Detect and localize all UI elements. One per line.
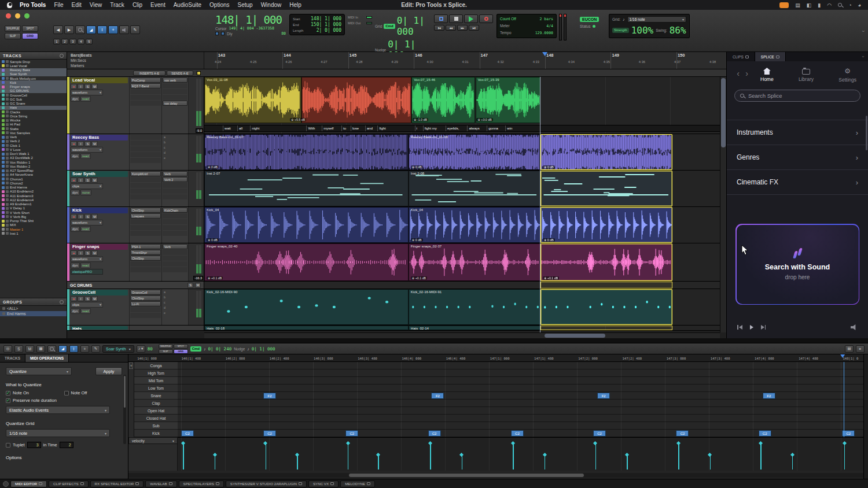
quantize-grid-select[interactable]: 1/16 note▾ (6, 429, 110, 437)
tracks-panel-menu-icon[interactable] (60, 54, 64, 58)
send-slot-empty[interactable] (163, 95, 187, 100)
input-monitor-button[interactable]: I (78, 141, 84, 146)
send-slot-vox-verb[interactable]: vox verb (163, 77, 187, 83)
zoom-preset-4[interactable]: 4 (78, 39, 84, 45)
splice-category-cinematic-fx[interactable]: Cinematic FX› (727, 170, 868, 195)
velocity-stem[interactable] (462, 456, 463, 469)
spotlight-search-icon[interactable] (838, 3, 842, 7)
clip-gain-badge[interactable]: ⊕ 0 dB (411, 165, 423, 169)
track-name[interactable]: Reecey Bass (71, 135, 128, 141)
grabber-tool-button[interactable]: + (108, 25, 118, 34)
velocity-stem[interactable] (792, 456, 793, 469)
selector-tool-button[interactable]: I (97, 25, 107, 34)
checkbox-preserve-note-duration[interactable]: ✓Preserve note duration (6, 398, 57, 403)
apple-menu-icon[interactable] (7, 2, 12, 8)
record-enable-button[interactable]: ● (71, 84, 77, 89)
ruler-label-min-secs[interactable]: Min:Secs (71, 58, 204, 62)
splice-nav-settings[interactable]: ⚙Settings (838, 68, 856, 83)
send-slot-letter[interactable]: b (163, 140, 187, 145)
velocity-stem[interactable] (266, 444, 267, 469)
splice-tab-splice[interactable]: SPLICE (755, 52, 786, 61)
track-name[interactable]: Lead Vocal (71, 77, 128, 83)
insert-slot-empty[interactable] (130, 152, 161, 157)
insert-slot-empty[interactable] (130, 231, 161, 236)
insert-slot-chnlstrp[interactable]: ChnlStrp (130, 256, 161, 261)
track-list-item-master-1[interactable]: Master 1 (0, 227, 67, 231)
input-monitor-button[interactable]: I (78, 250, 84, 256)
record-enable-button[interactable]: ● (71, 141, 77, 146)
send-slot-empty[interactable] (163, 256, 187, 261)
grid-value[interactable]: 0| 1| 000 (397, 15, 433, 37)
edit-mode-shuffle[interactable]: SHUFFLE (5, 25, 21, 32)
clip-vox-07-15-46[interactable]: Vox.07_15-46 (411, 77, 475, 123)
bottom-tab-sync-vx[interactable]: SYNC VX (308, 480, 339, 487)
close-window-button[interactable] (6, 13, 11, 19)
zoom-preset-3[interactable]: 3 (69, 39, 76, 45)
minimize-window-button[interactable] (15, 13, 20, 19)
track-list-item-vox-riddim-1[interactable]: Vox Riddim 1 (0, 160, 67, 164)
track-view-selector[interactable]: waveform▾ (71, 90, 103, 95)
insert-slot-empty[interactable] (130, 307, 161, 312)
send-slot-empty[interactable] (163, 231, 187, 236)
clip-reecey-bass-3[interactable]: ⊕ 0 dB (540, 134, 672, 170)
checkbox-note-off[interactable]: Note Off (64, 390, 123, 395)
track-list-item-verb[interactable]: Verb (0, 135, 67, 139)
midi-note-c2[interactable]: C2 (593, 430, 606, 437)
panel-collapse-icon[interactable]: › (859, 53, 868, 61)
insert-slot-psa-1[interactable]: PSA-1 (130, 244, 161, 249)
drum-lane-low-tom[interactable]: Low Tom (134, 385, 178, 392)
send-slot-verb[interactable]: Verb (163, 171, 187, 176)
midi-nudge-value[interactable]: 0| 1| 000 (252, 346, 275, 352)
insert-slot-lowpass[interactable]: Lowpass (130, 213, 161, 219)
insert-slot-empty[interactable] (130, 225, 161, 230)
send-slot-empty[interactable] (163, 89, 187, 94)
track-list-item-a3-dontwalk-2[interactable]: A3 DontWalk 2 (0, 156, 67, 160)
input-monitor-button[interactable]: I (78, 84, 84, 89)
insert-slot-empty[interactable] (130, 89, 161, 94)
input-monitor-button[interactable]: I (78, 214, 84, 219)
send-slot-empty[interactable] (163, 183, 187, 188)
record-enable-button[interactable]: ● (71, 250, 77, 256)
track-list-item-v-verb-big[interactable]: V Verb Big (0, 215, 67, 219)
track-list-item-a12-endharm4[interactable]: A12 EndHarm4 (0, 198, 67, 202)
insert-slot-empty[interactable] (130, 141, 161, 146)
mute-button[interactable]: M (91, 84, 98, 89)
next-sample-button[interactable] (761, 325, 766, 330)
zoom-preset-5[interactable]: 5 (86, 39, 93, 45)
track-list-item-gc-drums[interactable]: GC DRUMS (0, 89, 67, 93)
midi-tab-midi-operations[interactable]: MIDI OPERATIONS (25, 354, 69, 362)
insert-slot-lo-fi[interactable]: Lo-Fi (130, 301, 161, 306)
clip-gain-badge[interactable]: ⊕ +3.0 dB (476, 118, 492, 121)
clip-gain-badge[interactable]: ⊕ 0 dB (543, 238, 555, 242)
notation-view-button[interactable]: ◎ (3, 345, 12, 353)
track-view-selector[interactable]: clips▾ (71, 183, 103, 189)
track-list-item-don-t-walk-1[interactable]: Don't Walk 1 (0, 152, 67, 156)
insert-slot-empty[interactable] (130, 188, 161, 194)
screen-mirroring-icon[interactable]: ▤ (795, 2, 800, 8)
insert-slot-chnlstrp[interactable]: ChnlStrp (130, 208, 161, 213)
track-name[interactable]: Hats (71, 326, 128, 330)
clip-vox-07-15-39[interactable]: Vox.07_15-39 (476, 77, 540, 123)
track-view-selector[interactable]: waveform▾ (71, 147, 103, 153)
drum-lane-snare[interactable]: Snare (134, 392, 178, 400)
track-view-selector[interactable]: clips▾ (71, 302, 103, 308)
drum-lane-closed-hat[interactable]: Closed Hat (134, 415, 178, 422)
send-slot-letter[interactable]: c (163, 300, 187, 305)
menu-clip[interactable]: Clip (133, 2, 142, 8)
mini-mode-slip[interactable]: SLIP (159, 349, 173, 354)
group-item-all[interactable]: <ALL> (0, 306, 67, 311)
ruler-label-bars-beats[interactable]: Bars|Beats (71, 53, 204, 57)
track-list-item-finger-snaps[interactable]: Finger snaps (0, 85, 67, 89)
track-list-item-chorus1[interactable]: Chorus1 (0, 177, 67, 181)
rewind-button[interactable]: ◀◀ (446, 25, 456, 31)
insert-slot-empty[interactable] (130, 183, 161, 188)
clip-kick-3[interactable]: ⊕ 0 dB (540, 207, 672, 243)
track-list-item-inst-1[interactable]: Inst 1 (0, 231, 67, 235)
send-slot-empty[interactable] (163, 225, 187, 230)
clip-soar-synth-3[interactable] (540, 171, 672, 206)
velocity-stem[interactable] (627, 456, 628, 469)
insert-slot-empty[interactable] (130, 219, 161, 224)
clip-vox-03-11-08[interactable]: Vox.03_11-08 (204, 77, 301, 123)
velocity-stem[interactable] (183, 444, 184, 469)
send-slot-empty[interactable] (163, 83, 187, 88)
